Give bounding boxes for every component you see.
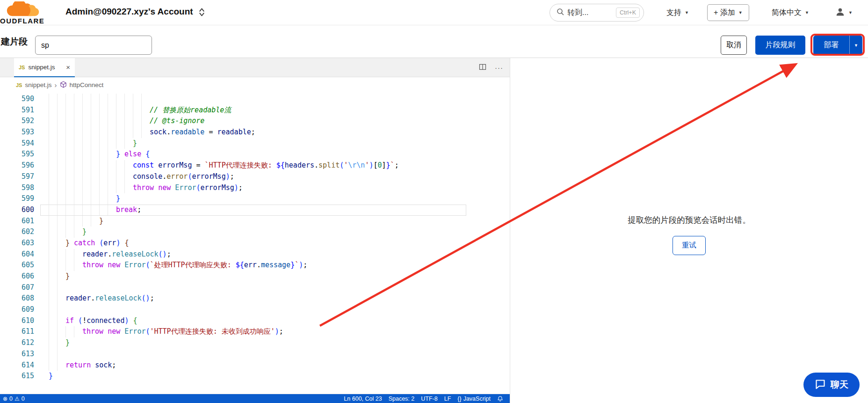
indent-guides: [49, 293, 65, 304]
code-line-615[interactable]: 615}: [0, 371, 510, 382]
user-menu[interactable]: ▼: [835, 0, 853, 25]
chat-button[interactable]: 聊天: [803, 373, 860, 397]
code-line-597[interactable]: 597console.error(errorMsg);: [0, 171, 510, 183]
line-content: reader.releaseLock();: [49, 249, 171, 260]
line-number[interactable]: 604: [0, 249, 34, 260]
line-number[interactable]: 603: [0, 238, 34, 249]
code-line-591[interactable]: 591// 替换原始readable流: [0, 105, 510, 116]
line-content: } else {: [49, 149, 150, 160]
line-number[interactable]: 615: [0, 371, 34, 382]
deploy-dropdown-toggle[interactable]: ▼: [849, 36, 862, 55]
line-content: }: [49, 337, 70, 349]
close-icon[interactable]: ×: [66, 63, 70, 71]
deploy-button[interactable]: 部署: [813, 40, 849, 50]
code-line-598[interactable]: 598throw new Error(errorMsg);: [0, 183, 510, 194]
code-line-614[interactable]: 614return sock;: [0, 360, 510, 371]
code-line-592[interactable]: 592// @ts-ignore: [0, 116, 510, 127]
indent-guides: [49, 326, 82, 337]
line-number[interactable]: 611: [0, 326, 34, 337]
line-number[interactable]: 597: [0, 171, 34, 183]
cancel-button[interactable]: 取消: [721, 36, 747, 55]
problems-indicator[interactable]: ⊗ 0 ⚠ 0: [3, 396, 25, 402]
line-number[interactable]: 605: [0, 260, 34, 271]
retry-button[interactable]: 重试: [673, 236, 706, 255]
line-number[interactable]: 592: [0, 116, 34, 127]
code-area[interactable]: 590591// 替换原始readable流592// @ts-ignore59…: [0, 93, 510, 394]
code-line-603[interactable]: 603} catch (err) {: [0, 238, 510, 249]
notifications-bell-icon[interactable]: [497, 396, 503, 402]
code-line-606[interactable]: 606}: [0, 271, 510, 282]
language-menu[interactable]: 简体中文 ▼: [772, 0, 809, 25]
indent-guides: [49, 304, 65, 315]
code-editor-pane: JS snippet.js × ··· JS snippet.js › http…: [0, 58, 510, 403]
line-number[interactable]: 600: [0, 205, 34, 216]
support-menu[interactable]: 支持 ▼: [666, 0, 689, 25]
code-line-610[interactable]: 610if (!connected) {: [0, 315, 510, 327]
line-number[interactable]: 606: [0, 271, 34, 282]
encoding-setting[interactable]: UTF-8: [421, 396, 437, 402]
code-line-611[interactable]: 611throw new Error('HTTP代理连接失败: 未收到成功响应'…: [0, 326, 510, 337]
code-line-596[interactable]: 596const errorMsg = `HTTP代理连接失败: ${heade…: [0, 160, 510, 171]
line-number[interactable]: 595: [0, 149, 34, 160]
line-number[interactable]: 598: [0, 183, 34, 194]
line-number[interactable]: 614: [0, 360, 34, 371]
indent-guides: [49, 149, 116, 160]
split-editor-icon[interactable]: [479, 63, 486, 73]
line-number[interactable]: 602: [0, 227, 34, 238]
snippet-name-input[interactable]: [35, 36, 152, 55]
line-number[interactable]: 599: [0, 193, 34, 205]
indentation-setting[interactable]: Spaces: 2: [389, 396, 415, 402]
more-actions-icon[interactable]: ···: [495, 64, 503, 72]
code-line-605[interactable]: 605throw new Error(`处理HTTP代理响应失败: ${err.…: [0, 260, 510, 271]
language-label: 简体中文: [772, 8, 802, 18]
account-switcher-icon[interactable]: [198, 7, 205, 19]
line-number[interactable]: 591: [0, 105, 34, 116]
braces-icon: {}: [457, 396, 461, 402]
breadcrumb-file[interactable]: snippet.js: [25, 81, 51, 88]
code-line-609[interactable]: 609: [0, 304, 510, 315]
indent-guides: [49, 105, 150, 116]
code-line-590[interactable]: 590: [0, 94, 510, 105]
line-number[interactable]: 609: [0, 304, 34, 315]
line-number[interactable]: 593: [0, 127, 34, 138]
line-content: return sock;: [49, 360, 116, 371]
line-number[interactable]: 594: [0, 138, 34, 149]
global-search[interactable]: 转到... Ctrl+K: [550, 4, 644, 22]
line-number[interactable]: 608: [0, 293, 34, 304]
code-line-593[interactable]: 593sock.readable = readable;: [0, 127, 510, 138]
line-number[interactable]: 596: [0, 160, 34, 171]
code-line-612[interactable]: 612}: [0, 337, 510, 349]
line-number[interactable]: 613: [0, 349, 34, 360]
cursor-position[interactable]: Ln 600, Col 23: [344, 396, 382, 402]
line-content: [49, 304, 65, 315]
snippet-rules-button[interactable]: 片段规则: [755, 36, 805, 55]
code-line-599[interactable]: 599}: [0, 193, 510, 205]
code-line-608[interactable]: 608reader.releaseLock();: [0, 293, 510, 304]
code-line-601[interactable]: 601}: [0, 216, 510, 227]
line-content: if (!connected) {: [49, 315, 137, 327]
line-content: const errorMsg = `HTTP代理连接失败: ${headers.…: [49, 160, 399, 171]
line-number[interactable]: 607: [0, 282, 34, 293]
line-number[interactable]: 612: [0, 337, 34, 349]
tab-snippet-js[interactable]: JS snippet.js ×: [14, 58, 75, 77]
code-line-600[interactable]: 600break;: [0, 205, 510, 216]
line-number[interactable]: 601: [0, 216, 34, 227]
breadcrumb-symbol[interactable]: httpConnect: [70, 81, 104, 88]
deploy-split-button[interactable]: 部署 ▼: [813, 36, 862, 55]
add-menu-button[interactable]: + 添加 ▼: [707, 4, 749, 21]
code-line-602[interactable]: 602}: [0, 227, 510, 238]
line-number[interactable]: 610: [0, 315, 34, 327]
cloudflare-logo[interactable]: OUDFLARE: [0, 1, 51, 25]
indent-guides: [49, 183, 133, 194]
preview-error-message: 提取您的片段的预览会话时出错。: [510, 214, 868, 226]
code-line-604[interactable]: 604reader.releaseLock();: [0, 249, 510, 260]
code-line-607[interactable]: 607: [0, 282, 510, 293]
line-content: break;: [49, 205, 141, 216]
line-number[interactable]: 590: [0, 94, 34, 105]
code-line-594[interactable]: 594}: [0, 138, 510, 149]
code-line-613[interactable]: 613: [0, 349, 510, 360]
language-mode[interactable]: {} JavaScript: [457, 396, 491, 402]
eol-setting[interactable]: LF: [444, 396, 451, 402]
code-line-595[interactable]: 595} else {: [0, 149, 510, 160]
cloudflare-logo-text: OUDFLARE: [0, 17, 44, 25]
